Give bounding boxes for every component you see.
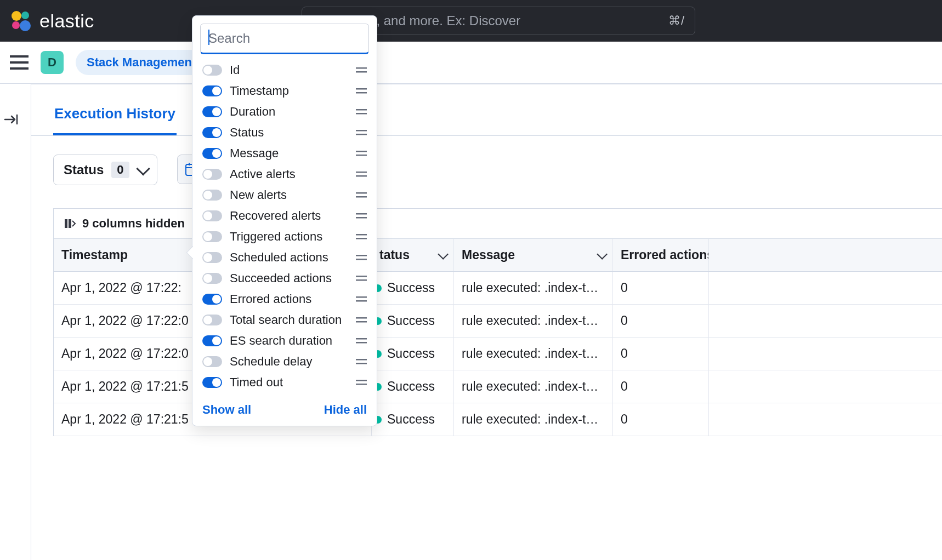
elastic-logo-icon — [9, 9, 33, 33]
drag-handle-icon[interactable] — [356, 66, 367, 74]
menu-icon[interactable] — [10, 55, 29, 70]
drag-handle-icon[interactable] — [356, 316, 367, 324]
popover-footer: Show all Hide all — [192, 393, 377, 420]
column-toggle-row: Status — [192, 122, 377, 143]
table-row[interactable]: Apr 1, 2022 @ 17:22:Successrule executed… — [54, 272, 942, 305]
column-toggle[interactable] — [202, 315, 222, 325]
column-label: ES search duration — [230, 334, 348, 348]
td-status: Success — [372, 338, 454, 370]
drag-handle-icon[interactable] — [356, 358, 367, 365]
tab-execution-history[interactable]: Execution History — [53, 100, 177, 135]
column-label: Status — [230, 125, 348, 140]
column-search-wrap — [200, 24, 369, 54]
column-toggle-row: New alerts — [192, 185, 377, 205]
th-errored-actions[interactable]: Errored actions — [613, 239, 709, 271]
td-errored: 0 — [613, 370, 709, 403]
drag-handle-icon[interactable] — [356, 108, 367, 116]
columns-hidden-label: 9 columns hidden — [82, 216, 185, 231]
td-errored: 0 — [613, 338, 709, 370]
column-toggle-row: Timestamp — [192, 81, 377, 101]
table-body: Apr 1, 2022 @ 17:22:Successrule executed… — [54, 272, 942, 436]
th-message[interactable]: Message — [454, 239, 613, 271]
drag-handle-icon[interactable] — [356, 129, 367, 136]
drag-handle-icon[interactable] — [356, 254, 367, 261]
drag-handle-icon[interactable] — [356, 170, 367, 178]
column-label: Duration — [230, 105, 348, 119]
drag-handle-icon[interactable] — [356, 233, 367, 241]
column-label: Timed out — [230, 375, 348, 390]
column-label: Total search duration — [230, 313, 348, 327]
column-toggle-row: Timed out — [192, 372, 377, 393]
td-status: Success — [372, 305, 454, 337]
column-toggle-row: ES search duration — [192, 330, 377, 351]
column-toggle-row: Schedule delay — [192, 351, 377, 372]
global-header: elastic ps, content, and more. Ex: Disco… — [0, 0, 942, 42]
column-toggle-row: Total search duration — [192, 310, 377, 330]
column-label: Recovered alerts — [230, 209, 348, 223]
td-message: rule executed: .index-t… — [454, 338, 613, 370]
column-toggle[interactable] — [202, 148, 222, 159]
column-toggle[interactable] — [202, 294, 222, 305]
drag-handle-icon[interactable] — [356, 87, 367, 95]
column-toggle[interactable] — [202, 127, 222, 138]
drag-handle-icon[interactable] — [356, 191, 367, 199]
table-row[interactable]: Apr 1, 2022 @ 17:21:5Successrule execute… — [54, 370, 942, 403]
collapse-sidebar-icon[interactable] — [3, 112, 19, 127]
global-search-shortcut: ⌘/ — [668, 14, 685, 28]
column-toggle-row: Recovered alerts — [192, 205, 377, 226]
th-status[interactable]: tatus — [372, 239, 454, 271]
td-errored: 0 — [613, 403, 709, 436]
td-status: Success — [372, 272, 454, 304]
main-panel: Execution History A Status 0 9 columns h… — [31, 84, 942, 560]
table-row[interactable]: Apr 1, 2022 @ 17:22:0Successrule execute… — [54, 305, 942, 338]
space-avatar[interactable]: D — [41, 51, 64, 74]
hide-all-link[interactable]: Hide all — [324, 403, 367, 417]
show-all-link[interactable]: Show all — [202, 403, 251, 417]
column-toggle-row: Id — [192, 60, 377, 81]
columns-icon — [64, 218, 76, 230]
column-toggle[interactable] — [202, 210, 222, 221]
column-toggle-row: Active alerts — [192, 164, 377, 185]
column-toggle[interactable] — [202, 231, 222, 242]
column-toggle[interactable] — [202, 377, 222, 388]
column-toggle-row: Duration — [192, 101, 377, 122]
svg-point-2 — [12, 21, 20, 29]
column-toggle-row: Errored actions — [192, 289, 377, 310]
column-toggle[interactable] — [202, 335, 222, 346]
drag-handle-icon[interactable] — [356, 295, 367, 303]
table-row[interactable]: Apr 1, 2022 @ 17:22:0Successrule execute… — [54, 338, 942, 370]
drag-handle-icon[interactable] — [356, 275, 367, 282]
td-message: rule executed: .index-t… — [454, 305, 613, 337]
status-filter[interactable]: Status 0 — [53, 155, 157, 185]
column-toggle[interactable] — [202, 356, 222, 367]
td-errored: 0 — [613, 305, 709, 337]
tabs: Execution History A — [31, 100, 942, 136]
status-filter-count: 0 — [111, 162, 129, 178]
table-toolbar[interactable]: 9 columns hidden — [54, 209, 942, 239]
column-toggle[interactable] — [202, 85, 222, 96]
table-row[interactable]: Apr 1, 2022 @ 17:21:5Successrule execute… — [54, 403, 942, 436]
column-toggle[interactable] — [202, 169, 222, 180]
column-label: Triggered actions — [230, 230, 348, 244]
column-toggle[interactable] — [202, 273, 222, 284]
column-label: Timestamp — [230, 84, 348, 98]
svg-point-3 — [20, 20, 31, 31]
column-label: Succeeded actions — [230, 271, 348, 285]
td-errored: 0 — [613, 272, 709, 304]
drag-handle-icon[interactable] — [356, 150, 367, 157]
brand-logo[interactable]: elastic — [9, 9, 94, 33]
td-message: rule executed: .index-t… — [454, 370, 613, 403]
column-toggle[interactable] — [202, 190, 222, 201]
column-toggle[interactable] — [202, 252, 222, 263]
column-toggle-row: Succeeded actions — [192, 268, 377, 289]
filters-row: Status 0 — [31, 136, 942, 198]
column-toggle[interactable] — [202, 65, 222, 76]
breadcrumb[interactable]: Stack Management — [76, 50, 207, 75]
svg-rect-9 — [69, 219, 71, 228]
column-toggle[interactable] — [202, 106, 222, 117]
drag-handle-icon[interactable] — [356, 337, 367, 345]
column-label: Schedule delay — [230, 355, 348, 369]
column-search-input[interactable] — [200, 24, 369, 54]
drag-handle-icon[interactable] — [356, 379, 367, 386]
drag-handle-icon[interactable] — [356, 212, 367, 220]
